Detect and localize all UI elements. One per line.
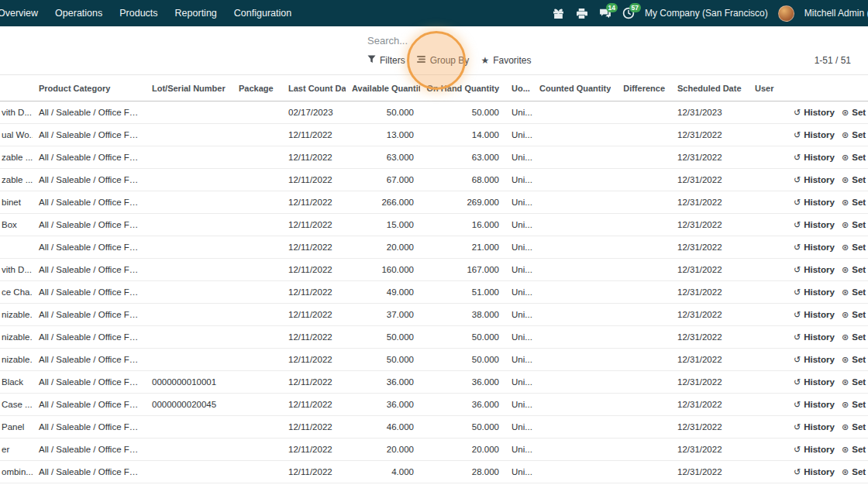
cell-available[interactable]: 13.000 xyxy=(346,124,420,146)
col-header-last-count-date[interactable]: Last Count Da... xyxy=(282,75,346,101)
cell-lot[interactable] xyxy=(146,236,232,259)
history-button[interactable]: ↺History xyxy=(794,310,835,320)
history-button[interactable]: ↺History xyxy=(794,108,835,118)
table-row[interactable]: BlackAll / Saleable / Office Furnit...00… xyxy=(0,371,868,394)
history-button[interactable]: ↺History xyxy=(794,445,835,455)
cell-package[interactable] xyxy=(232,416,282,439)
cell-user[interactable] xyxy=(749,416,787,439)
cell-uom[interactable]: Uni... xyxy=(505,461,533,483)
cell-difference[interactable] xyxy=(611,304,671,326)
history-button[interactable]: ↺History xyxy=(794,355,835,365)
group-by-button[interactable]: Group By xyxy=(417,55,470,66)
set-button[interactable]: ⊛Set xyxy=(842,220,866,230)
set-button[interactable]: ⊛Set xyxy=(842,310,866,320)
cell-package[interactable] xyxy=(232,326,282,349)
cell-last_count[interactable]: 12/11/2022 xyxy=(282,394,346,416)
cell-last_count[interactable]: 12/11/2022 xyxy=(282,169,346,191)
cell-last_count[interactable]: 12/11/2022 xyxy=(282,461,346,483)
cell-scheduled[interactable]: 12/31/2022 xyxy=(671,236,749,259)
menu-operations[interactable]: Operations xyxy=(46,0,111,26)
cell-scheduled[interactable]: 12/31/2022 xyxy=(671,169,749,191)
cell-difference[interactable] xyxy=(611,416,671,439)
cell-lot[interactable] xyxy=(146,416,232,439)
cell-category[interactable]: All / Saleable / Office Furnit... xyxy=(33,326,146,349)
cell-available[interactable]: 50.000 xyxy=(346,326,420,349)
gift-icon[interactable] xyxy=(552,7,565,20)
cell-scheduled[interactable]: 12/31/2022 xyxy=(671,416,749,439)
history-button[interactable]: ↺History xyxy=(794,220,835,230)
cell-available[interactable]: 20.000 xyxy=(346,439,420,461)
col-header-counted-quantity[interactable]: Counted Quantity xyxy=(533,75,611,101)
cell-scheduled[interactable]: 12/31/2023 xyxy=(671,101,749,124)
table-row[interactable]: ce Cha...All / Saleable / Office Furnit.… xyxy=(0,281,868,304)
cell-category[interactable]: All / Saleable / Office Furnit... xyxy=(33,394,146,416)
cell-name[interactable] xyxy=(0,236,33,259)
cell-uom[interactable]: Uni... xyxy=(505,214,533,236)
cell-scheduled[interactable]: 12/31/2022 xyxy=(671,349,749,371)
table-row[interactable]: zable ...All / Saleable / Office Furnit.… xyxy=(0,146,868,169)
company-switcher[interactable]: My Company (San Francisco) xyxy=(645,8,768,19)
cell-package[interactable] xyxy=(232,439,282,461)
history-button[interactable]: ↺History xyxy=(794,287,835,298)
set-button[interactable]: ⊛Set xyxy=(842,242,866,253)
cell-user[interactable] xyxy=(749,101,787,124)
cell-uom[interactable]: Uni... xyxy=(505,146,533,169)
col-header-on-hand-quantity[interactable]: On Hand Quantity xyxy=(420,75,505,101)
cell-on_hand[interactable]: 63.000 xyxy=(420,146,505,169)
cell-scheduled[interactable]: 12/31/2022 xyxy=(671,439,749,461)
cell-name[interactable]: nizable... xyxy=(0,349,33,371)
cell-package[interactable] xyxy=(232,349,282,371)
cell-name[interactable]: ual Wo... xyxy=(0,124,33,146)
table-row[interactable]: All / Saleable / Office Furnit...12/11/2… xyxy=(0,236,868,259)
cell-package[interactable] xyxy=(232,146,282,169)
cell-available[interactable]: 160.000 xyxy=(346,259,420,281)
history-button[interactable]: ↺History xyxy=(794,175,835,185)
set-button[interactable]: ⊛Set xyxy=(842,332,866,342)
cell-category[interactable]: All / Saleable / Office Furnit... xyxy=(33,169,146,191)
cell-last_count[interactable]: 12/11/2022 xyxy=(282,439,346,461)
table-row[interactable]: binetAll / Saleable / Office Furnit...12… xyxy=(0,191,868,214)
cell-available[interactable]: 37.000 xyxy=(346,304,420,326)
cell-user[interactable] xyxy=(749,326,787,349)
pager[interactable]: 1-51 / 51 xyxy=(815,55,851,66)
cell-lot[interactable] xyxy=(146,326,232,349)
cell-uom[interactable]: Uni... xyxy=(505,439,533,461)
cell-counted[interactable] xyxy=(533,416,611,439)
cell-last_count[interactable]: 12/11/2022 xyxy=(282,236,346,259)
user-avatar[interactable] xyxy=(778,5,794,22)
cell-last_count[interactable]: 12/11/2022 xyxy=(282,146,346,169)
cell-last_count[interactable]: 12/11/2022 xyxy=(282,349,346,371)
cell-category[interactable]: All / Saleable / Office Furnit... xyxy=(33,439,146,461)
col-header-uom[interactable]: Uo... xyxy=(505,75,533,101)
set-button[interactable]: ⊛Set xyxy=(842,355,866,365)
search-input[interactable] xyxy=(367,35,615,46)
table-row[interactable]: nizable...All / Saleable / Office Furnit… xyxy=(0,326,868,349)
cell-name[interactable]: nizable... xyxy=(0,326,33,349)
cell-last_count[interactable]: 12/11/2022 xyxy=(282,259,346,281)
cell-available[interactable]: 46.000 xyxy=(346,416,420,439)
cell-package[interactable] xyxy=(232,259,282,281)
cell-counted[interactable] xyxy=(533,169,611,191)
cell-lot[interactable] xyxy=(146,349,232,371)
history-button[interactable]: ↺History xyxy=(794,332,835,342)
cell-on_hand[interactable]: 50.000 xyxy=(420,416,505,439)
cell-uom[interactable]: Uni... xyxy=(505,281,533,304)
messages-icon[interactable]: 14 xyxy=(598,7,611,20)
cell-lot[interactable] xyxy=(146,124,232,146)
cell-scheduled[interactable]: 12/31/2022 xyxy=(671,146,749,169)
history-button[interactable]: ↺History xyxy=(794,265,835,275)
cell-scheduled[interactable]: 12/31/2022 xyxy=(671,259,749,281)
cell-difference[interactable] xyxy=(611,169,671,191)
set-button[interactable]: ⊛Set xyxy=(842,108,866,118)
cell-name[interactable]: Panel xyxy=(0,416,33,439)
cell-package[interactable] xyxy=(232,214,282,236)
cell-package[interactable] xyxy=(232,169,282,191)
cell-available[interactable]: 36.000 xyxy=(346,371,420,394)
cell-on_hand[interactable]: 36.000 xyxy=(420,394,505,416)
cell-scheduled[interactable]: 12/31/2022 xyxy=(671,461,749,483)
cell-last_count[interactable]: 12/11/2022 xyxy=(282,124,346,146)
cell-on_hand[interactable]: 28.000 xyxy=(420,461,505,483)
cell-lot[interactable] xyxy=(146,281,232,304)
cell-package[interactable] xyxy=(232,461,282,483)
cell-uom[interactable]: Uni... xyxy=(505,169,533,191)
